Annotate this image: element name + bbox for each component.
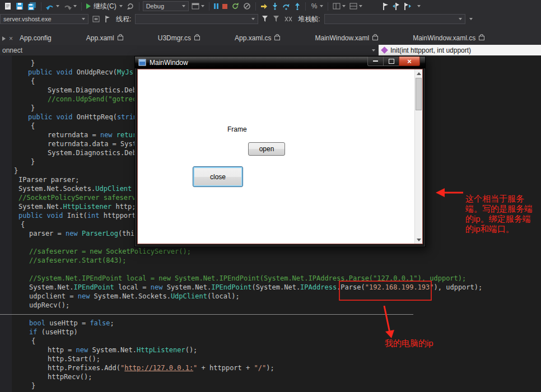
code-line: { xyxy=(0,337,541,346)
next-bookmark-button[interactable] xyxy=(403,0,412,12)
tab-U3Dmgr.cs[interactable]: U3Dmgr.cs xyxy=(153,31,204,45)
lock-icon xyxy=(372,36,378,40)
unwind-button[interactable] xyxy=(283,13,294,25)
save-all-icon xyxy=(27,2,36,10)
open-button[interactable]: open xyxy=(248,142,285,156)
stack-frame-label: 堆栈帧: xyxy=(298,15,320,24)
tab-MainWindow.xaml.cs[interactable]: MainWindow.xaml.cs xyxy=(408,31,489,45)
member-dropdown[interactable]: Init(int httpport, int udpport) xyxy=(379,45,541,55)
save-all-button[interactable] xyxy=(26,0,38,12)
thread-combo[interactable] xyxy=(135,14,258,24)
redo-dropdown-caret xyxy=(73,5,77,7)
hex-display-button[interactable]: % xyxy=(309,0,325,12)
combo-caret xyxy=(182,5,185,7)
tab-scroll-icon[interactable] xyxy=(2,36,6,41)
tab-close-icon[interactable]: × xyxy=(9,35,13,42)
close-button-label: close xyxy=(210,173,226,181)
lock-icon xyxy=(479,36,484,40)
undo-button[interactable] xyxy=(45,0,60,12)
toolbar2-overflow-caret[interactable] xyxy=(469,18,473,20)
redo-icon xyxy=(63,3,72,10)
method-icon xyxy=(381,46,388,54)
funnel2-icon xyxy=(273,16,279,22)
restart-icon xyxy=(231,2,239,10)
show-next-statement-button[interactable] xyxy=(259,0,269,12)
pause-button[interactable] xyxy=(213,0,220,12)
next-bookmark-icon xyxy=(404,3,411,10)
stack-frame-combo[interactable] xyxy=(324,14,465,24)
scrollbar-thumb[interactable] xyxy=(416,78,422,110)
window-layout-caret xyxy=(342,5,346,7)
code-line: System.Net.IPEndPoint local = new System… xyxy=(0,283,541,292)
refresh-button[interactable] xyxy=(125,0,136,12)
new-item-icon xyxy=(4,2,12,10)
minimize-button[interactable] xyxy=(367,57,384,66)
class-dropdown[interactable]: onnect xyxy=(0,45,379,55)
window-layout-button[interactable] xyxy=(332,0,347,12)
code-line: http.Prefixes.Add("http://127.0.0.1:" + … xyxy=(0,363,541,372)
step-over-button[interactable] xyxy=(281,0,291,12)
suspend-thread-button[interactable] xyxy=(91,13,101,25)
close-window-button[interactable]: × xyxy=(399,57,420,66)
scroll-up-icon[interactable] xyxy=(415,69,422,77)
filter-frames-button[interactable] xyxy=(272,13,281,25)
member-dropdown-text: Init(int httpport, int udpport) xyxy=(390,46,471,54)
restart-button[interactable] xyxy=(230,0,240,12)
lock-icon xyxy=(194,36,200,40)
process-combo[interactable]: server.vshost.exe xyxy=(0,14,88,24)
double-x-icon xyxy=(285,16,293,22)
tab-label: App.xaml.cs xyxy=(235,34,271,42)
tab-MainWindow.xaml[interactable]: MainWindow.xaml xyxy=(310,31,383,45)
dialog-client-area: Frame open close xyxy=(137,69,423,244)
filter-threads-button[interactable] xyxy=(261,13,269,25)
tab-App.xaml.cs[interactable]: App.xaml.cs xyxy=(230,31,285,45)
document-tab-bar: × App.configApp.xamlU3Dmgr.csApp.xaml.cs… xyxy=(0,26,541,45)
step-out-button[interactable] xyxy=(293,0,302,12)
step-over-icon xyxy=(282,3,290,10)
thread-flag-icon xyxy=(105,16,111,22)
toolbar-separator xyxy=(305,2,306,11)
lock-icon xyxy=(118,36,123,40)
save-button[interactable] xyxy=(15,0,25,12)
stop-icon xyxy=(222,4,227,9)
continue-button[interactable]: 继续(C) xyxy=(85,0,124,12)
toggle-bookmark-button[interactable] xyxy=(381,0,390,12)
pause-icon xyxy=(214,3,218,9)
maximize-icon xyxy=(389,59,394,64)
thread-label: 线程: xyxy=(116,15,131,24)
code-line: //System.Net.IPEndPoint local = new Syst… xyxy=(0,274,541,283)
combo-caret xyxy=(459,18,462,20)
window-layout2-button[interactable] xyxy=(348,0,363,12)
tab-App.xaml[interactable]: App.xaml xyxy=(82,31,128,45)
attach-button[interactable] xyxy=(190,0,206,12)
tab-App.config[interactable]: App.config xyxy=(15,31,56,45)
continue-label: 继续(C) xyxy=(94,2,116,11)
step-into-icon xyxy=(272,3,278,10)
prev-bookmark-button[interactable] xyxy=(391,0,401,12)
code-line: http.Start(); xyxy=(0,354,541,363)
cancel-build-button[interactable] xyxy=(242,0,252,12)
dialog-title: MainWindow xyxy=(150,59,188,67)
continue-dropdown-caret xyxy=(119,5,123,7)
solution-config-combo[interactable]: Debug xyxy=(143,1,189,11)
stop-button[interactable] xyxy=(221,0,228,12)
step-into-button[interactable] xyxy=(270,0,279,12)
maximize-button[interactable] xyxy=(384,57,399,66)
code-line: udpRecv(); xyxy=(0,301,541,310)
show-next-statement-icon xyxy=(260,3,268,10)
toolbar-overflow-caret[interactable] xyxy=(417,5,421,7)
window-layout-icon xyxy=(333,3,341,10)
toolbar-separator xyxy=(81,2,82,11)
close-button[interactable]: close xyxy=(193,166,243,187)
dialog-scrollbar[interactable] xyxy=(414,69,422,244)
scroll-down-icon[interactable] xyxy=(415,236,422,244)
new-item-button[interactable] xyxy=(3,0,13,12)
tab-bar-tabs: App.configApp.xamlU3Dmgr.csApp.xaml.csMa… xyxy=(15,31,515,45)
hex-icon: % xyxy=(311,2,318,10)
redo-button[interactable] xyxy=(62,0,78,12)
close-icon: × xyxy=(407,58,412,65)
step-out-icon xyxy=(294,3,301,10)
code-line: //safeserver.Start(843); xyxy=(0,256,541,265)
flag-thread-button[interactable] xyxy=(104,13,112,25)
code-line: } xyxy=(0,381,541,390)
